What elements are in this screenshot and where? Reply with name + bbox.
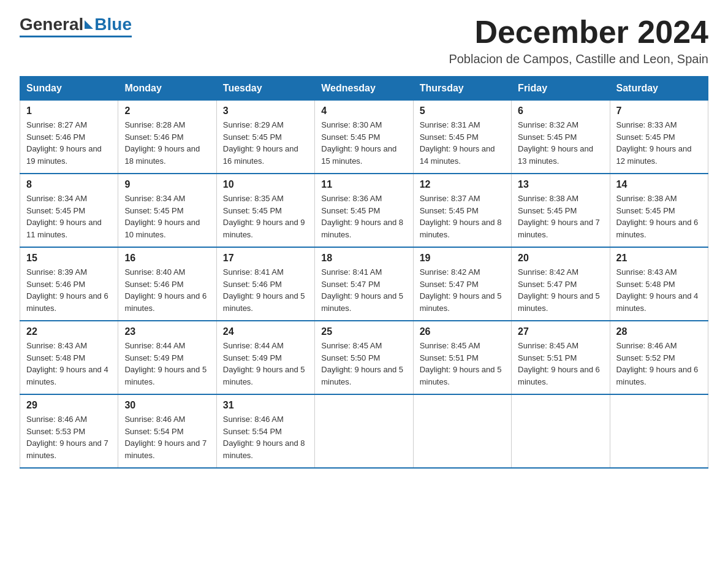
calendar-cell: 16 Sunrise: 8:40 AMSunset: 5:46 PMDaylig… — [118, 247, 216, 321]
col-sunday: Sunday — [20, 77, 118, 101]
day-info: Sunrise: 8:41 AMSunset: 5:46 PMDaylight:… — [223, 267, 305, 313]
calendar-cell: 1 Sunrise: 8:27 AMSunset: 5:46 PMDayligh… — [20, 101, 118, 174]
col-saturday: Saturday — [610, 77, 708, 101]
day-info: Sunrise: 8:39 AMSunset: 5:46 PMDaylight:… — [26, 267, 108, 313]
calendar-cell — [413, 394, 511, 468]
day-number: 26 — [420, 326, 505, 337]
day-info: Sunrise: 8:46 AMSunset: 5:54 PMDaylight:… — [223, 415, 305, 460]
calendar-cell: 21 Sunrise: 8:43 AMSunset: 5:48 PMDaylig… — [610, 247, 708, 321]
day-info: Sunrise: 8:45 AMSunset: 5:51 PMDaylight:… — [420, 341, 502, 386]
day-number: 20 — [518, 253, 603, 264]
day-info: Sunrise: 8:29 AMSunset: 5:45 PMDaylight:… — [223, 120, 298, 166]
day-info: Sunrise: 8:27 AMSunset: 5:46 PMDaylight:… — [26, 120, 102, 166]
day-number: 8 — [26, 179, 112, 190]
day-number: 21 — [616, 253, 702, 264]
calendar-cell: 5 Sunrise: 8:31 AMSunset: 5:45 PMDayligh… — [413, 101, 511, 174]
calendar-cell — [610, 394, 708, 468]
day-number: 14 — [616, 179, 702, 190]
day-info: Sunrise: 8:36 AMSunset: 5:45 PMDaylight:… — [321, 194, 403, 239]
day-number: 17 — [223, 253, 308, 264]
day-number: 10 — [223, 179, 308, 190]
day-info: Sunrise: 8:37 AMSunset: 5:45 PMDaylight:… — [420, 194, 502, 239]
calendar-week-row: 29 Sunrise: 8:46 AMSunset: 5:53 PMDaylig… — [20, 394, 708, 468]
page-header: General Blue December 2024 Poblacion de … — [20, 15, 708, 66]
day-info: Sunrise: 8:42 AMSunset: 5:47 PMDaylight:… — [518, 267, 600, 313]
calendar-cell — [512, 394, 610, 468]
calendar-cell: 4 Sunrise: 8:30 AMSunset: 5:45 PMDayligh… — [315, 101, 413, 174]
day-number: 27 — [518, 326, 603, 337]
day-info: Sunrise: 8:44 AMSunset: 5:49 PMDaylight:… — [124, 341, 207, 386]
day-number: 7 — [616, 105, 702, 117]
calendar-cell: 6 Sunrise: 8:32 AMSunset: 5:45 PMDayligh… — [512, 101, 610, 174]
day-info: Sunrise: 8:42 AMSunset: 5:47 PMDaylight:… — [420, 267, 502, 313]
day-number: 16 — [124, 253, 210, 264]
logo-underline — [20, 36, 132, 37]
calendar-cell: 19 Sunrise: 8:42 AMSunset: 5:47 PMDaylig… — [413, 247, 511, 321]
calendar-cell: 17 Sunrise: 8:41 AMSunset: 5:46 PMDaylig… — [216, 247, 314, 321]
calendar-cell: 13 Sunrise: 8:38 AMSunset: 5:45 PMDaylig… — [512, 174, 610, 247]
calendar-cell: 22 Sunrise: 8:43 AMSunset: 5:48 PMDaylig… — [20, 321, 118, 394]
month-title: December 2024 — [449, 15, 708, 50]
logo-general-text: General — [20, 15, 83, 34]
day-number: 13 — [518, 179, 603, 190]
day-info: Sunrise: 8:46 AMSunset: 5:53 PMDaylight:… — [26, 415, 108, 460]
day-number: 18 — [321, 253, 406, 264]
day-info: Sunrise: 8:45 AMSunset: 5:50 PMDaylight:… — [321, 341, 403, 386]
day-info: Sunrise: 8:44 AMSunset: 5:49 PMDaylight:… — [223, 341, 305, 386]
calendar-week-row: 8 Sunrise: 8:34 AMSunset: 5:45 PMDayligh… — [20, 174, 708, 247]
day-number: 22 — [26, 326, 112, 337]
col-thursday: Thursday — [413, 77, 511, 101]
day-info: Sunrise: 8:32 AMSunset: 5:45 PMDaylight:… — [518, 120, 593, 166]
calendar-cell: 31 Sunrise: 8:46 AMSunset: 5:54 PMDaylig… — [216, 394, 314, 468]
calendar-week-row: 1 Sunrise: 8:27 AMSunset: 5:46 PMDayligh… — [20, 101, 708, 174]
day-number: 11 — [321, 179, 406, 190]
day-number: 23 — [124, 326, 210, 337]
calendar-header-row: Sunday Monday Tuesday Wednesday Thursday… — [20, 77, 708, 101]
day-number: 5 — [420, 105, 505, 117]
day-info: Sunrise: 8:43 AMSunset: 5:48 PMDaylight:… — [616, 267, 699, 313]
day-info: Sunrise: 8:34 AMSunset: 5:45 PMDaylight:… — [124, 194, 200, 239]
calendar-cell: 26 Sunrise: 8:45 AMSunset: 5:51 PMDaylig… — [413, 321, 511, 394]
calendar-cell: 10 Sunrise: 8:35 AMSunset: 5:45 PMDaylig… — [216, 174, 314, 247]
col-wednesday: Wednesday — [315, 77, 413, 101]
calendar-cell: 25 Sunrise: 8:45 AMSunset: 5:50 PMDaylig… — [315, 321, 413, 394]
day-info: Sunrise: 8:38 AMSunset: 5:45 PMDaylight:… — [518, 194, 600, 239]
day-info: Sunrise: 8:41 AMSunset: 5:47 PMDaylight:… — [321, 267, 403, 313]
day-number: 6 — [518, 105, 603, 117]
calendar-cell: 30 Sunrise: 8:46 AMSunset: 5:54 PMDaylig… — [118, 394, 216, 468]
calendar-cell: 9 Sunrise: 8:34 AMSunset: 5:45 PMDayligh… — [118, 174, 216, 247]
day-info: Sunrise: 8:28 AMSunset: 5:46 PMDaylight:… — [124, 120, 200, 166]
location-subtitle: Poblacion de Campos, Castille and Leon, … — [449, 52, 708, 66]
day-number: 25 — [321, 326, 406, 337]
col-friday: Friday — [512, 77, 610, 101]
day-info: Sunrise: 8:43 AMSunset: 5:48 PMDaylight:… — [26, 341, 108, 386]
logo-triangle-icon — [85, 20, 93, 29]
day-number: 9 — [124, 179, 210, 190]
calendar-table: Sunday Monday Tuesday Wednesday Thursday… — [20, 76, 708, 469]
logo: General Blue — [20, 15, 132, 37]
calendar-cell: 29 Sunrise: 8:46 AMSunset: 5:53 PMDaylig… — [20, 394, 118, 468]
calendar-cell: 18 Sunrise: 8:41 AMSunset: 5:47 PMDaylig… — [315, 247, 413, 321]
day-info: Sunrise: 8:34 AMSunset: 5:45 PMDaylight:… — [26, 194, 102, 239]
calendar-cell: 15 Sunrise: 8:39 AMSunset: 5:46 PMDaylig… — [20, 247, 118, 321]
day-info: Sunrise: 8:30 AMSunset: 5:45 PMDaylight:… — [321, 120, 396, 166]
day-number: 31 — [223, 400, 308, 411]
day-number: 24 — [223, 326, 308, 337]
day-info: Sunrise: 8:33 AMSunset: 5:45 PMDaylight:… — [616, 120, 692, 166]
col-monday: Monday — [118, 77, 216, 101]
calendar-cell: 11 Sunrise: 8:36 AMSunset: 5:45 PMDaylig… — [315, 174, 413, 247]
day-info: Sunrise: 8:46 AMSunset: 5:54 PMDaylight:… — [124, 415, 207, 460]
title-area: December 2024 Poblacion de Campos, Casti… — [449, 15, 708, 66]
calendar-cell: 7 Sunrise: 8:33 AMSunset: 5:45 PMDayligh… — [610, 101, 708, 174]
day-number: 19 — [420, 253, 505, 264]
col-tuesday: Tuesday — [216, 77, 314, 101]
logo-blue-text: Blue — [94, 15, 132, 34]
day-info: Sunrise: 8:31 AMSunset: 5:45 PMDaylight:… — [420, 120, 495, 166]
calendar-cell: 12 Sunrise: 8:37 AMSunset: 5:45 PMDaylig… — [413, 174, 511, 247]
day-number: 1 — [26, 105, 112, 117]
calendar-cell — [315, 394, 413, 468]
day-number: 3 — [223, 105, 308, 117]
day-number: 2 — [124, 105, 210, 117]
day-number: 12 — [420, 179, 505, 190]
calendar-cell: 14 Sunrise: 8:38 AMSunset: 5:45 PMDaylig… — [610, 174, 708, 247]
